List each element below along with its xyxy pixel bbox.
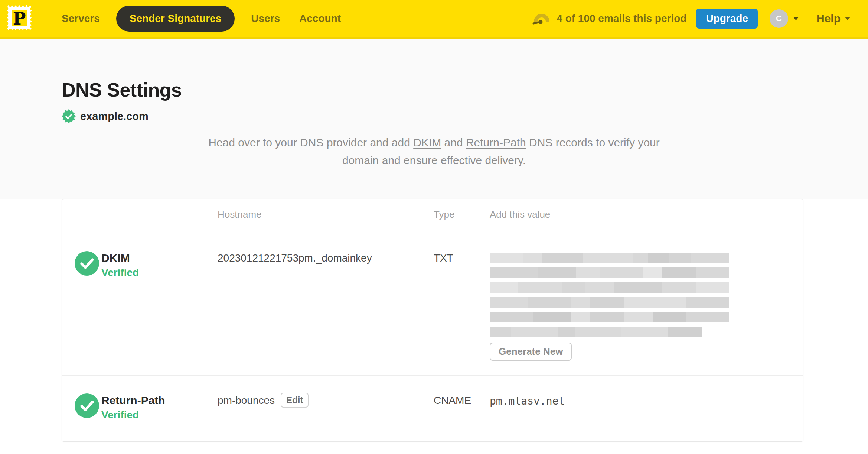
usage-text: 4 of 100 emails this period xyxy=(557,13,686,25)
verified-check-icon xyxy=(75,251,99,276)
description-text: Head over to your DNS provider and add xyxy=(208,136,413,149)
table-header-row: Hostname Type Add this value xyxy=(62,199,803,230)
column-header-value: Add this value xyxy=(490,209,803,220)
dkim-link[interactable]: DKIM xyxy=(413,136,441,149)
table-row-return-path: Return-Path Verified pm-bounces Edit CNA… xyxy=(62,376,803,441)
record-name: DKIM xyxy=(101,251,139,265)
redacted-dns-value-line xyxy=(490,267,729,278)
hostname-value: pm-bounces xyxy=(218,393,275,408)
domain-row: example.com xyxy=(62,109,868,123)
chevron-down-icon xyxy=(793,16,799,21)
nav-right-section: 4 of 100 emails this period Upgrade C He… xyxy=(532,9,868,29)
record-name: Return-Path xyxy=(101,393,165,408)
hostname-cell: pm-bounces Edit xyxy=(218,393,434,441)
redacted-dns-value-line xyxy=(490,327,702,337)
primary-nav: Servers Sender Signatures Users Account xyxy=(52,6,350,32)
nav-item-servers[interactable]: Servers xyxy=(52,13,110,25)
record-name-cell: Return-Path Verified xyxy=(62,393,218,441)
status-badge: Verified xyxy=(101,266,139,279)
return-path-link[interactable]: Return-Path xyxy=(466,136,526,149)
column-header-type: Type xyxy=(434,209,490,220)
redacted-dns-value-line xyxy=(490,297,729,308)
redacted-dns-value-line xyxy=(490,253,729,263)
avatar: C xyxy=(770,9,788,28)
gauge-icon xyxy=(532,10,551,27)
dns-records-card: Hostname Type Add this value DKIM Verifi… xyxy=(62,199,803,442)
chevron-down-icon xyxy=(844,16,851,21)
edit-button[interactable]: Edit xyxy=(281,393,309,408)
nav-item-sender-signatures[interactable]: Sender Signatures xyxy=(116,6,235,32)
main-content: Hostname Type Add this value DKIM Verifi… xyxy=(0,199,868,442)
domain-name: example.com xyxy=(80,110,149,123)
hostname-cell: 20230121221753pm._domainkey xyxy=(218,251,434,375)
status-badge: Verified xyxy=(101,408,165,422)
record-name-cell: DKIM Verified xyxy=(62,251,218,375)
account-menu[interactable]: C xyxy=(770,9,799,28)
upgrade-button[interactable]: Upgrade xyxy=(696,9,758,29)
table-row-dkim: DKIM Verified 20230121221753pm._domainke… xyxy=(62,230,803,376)
generate-new-button[interactable]: Generate New xyxy=(490,343,572,361)
postmark-stamp-icon: P xyxy=(5,4,33,32)
value-cell: Generate New xyxy=(490,251,803,375)
page-description: Head over to your DNS provider and add D… xyxy=(204,134,664,169)
description-text: and xyxy=(441,136,466,149)
page-title: DNS Settings xyxy=(62,79,868,101)
hostname-value: 20230121221753pm._domainkey xyxy=(218,251,372,265)
top-nav: P Servers Sender Signatures Users Accoun… xyxy=(0,0,868,39)
email-usage-meter: 4 of 100 emails this period xyxy=(532,10,686,27)
help-menu[interactable]: Help xyxy=(816,12,851,25)
postmark-logo[interactable]: P xyxy=(5,4,33,33)
redacted-dns-value-line xyxy=(490,282,729,293)
dns-value: pm.mtasv.net xyxy=(490,395,565,407)
type-cell: TXT xyxy=(434,251,490,375)
nav-item-account[interactable]: Account xyxy=(290,13,350,25)
value-cell: pm.mtasv.net xyxy=(490,393,803,441)
type-cell: CNAME xyxy=(434,393,490,441)
redacted-dns-value-line xyxy=(490,312,729,322)
column-header-hostname: Hostname xyxy=(218,209,434,220)
help-label: Help xyxy=(816,12,841,25)
svg-text:P: P xyxy=(13,9,26,29)
verified-seal-icon xyxy=(62,109,76,123)
verified-check-icon xyxy=(75,393,99,418)
nav-item-users[interactable]: Users xyxy=(241,13,290,25)
